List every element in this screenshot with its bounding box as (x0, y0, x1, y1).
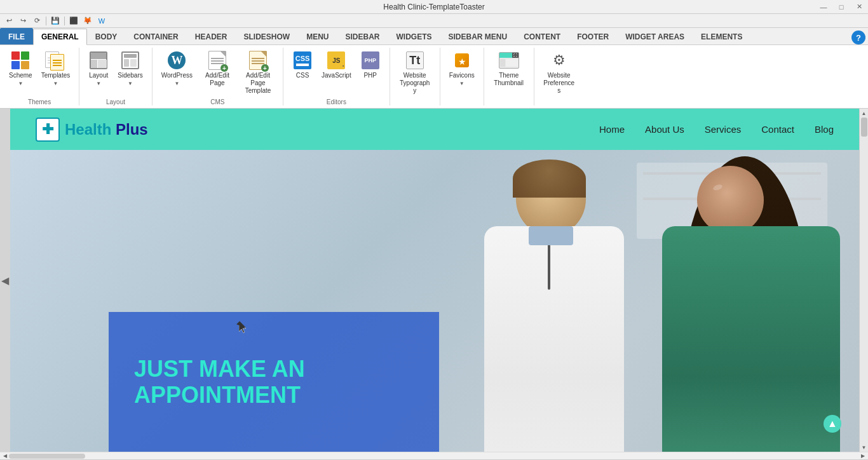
browser-icon-2[interactable]: 🦊 (81, 15, 94, 27)
css-button[interactable]: CSS CSS (288, 48, 316, 85)
sidebars-arrow: ▼ (128, 81, 133, 86)
scroll-thumb[interactable] (861, 118, 867, 137)
templates-icon (45, 50, 65, 71)
tab-elements[interactable]: ELEMENTS (693, 28, 750, 44)
minimize-button[interactable]: — (815, 0, 832, 13)
ribbon-group-editors: CSS CSS JS ▪ JavaScript PHP (288, 48, 390, 105)
maximize-button[interactable]: □ (832, 0, 850, 13)
tab-container[interactable]: CONTAINER (125, 28, 186, 44)
vertical-scrollbar[interactable]: ▲ ▼ (859, 109, 868, 452)
undo-button[interactable]: ↩ (3, 15, 15, 27)
sidebars-label: Sidebars (118, 72, 142, 79)
website-typography-button[interactable]: Tt Website Typography (395, 48, 435, 97)
site-logo: ✚ Health Plus (36, 118, 148, 142)
scheme-icon (10, 50, 31, 71)
typography-icon: Tt (405, 50, 425, 71)
nav-home[interactable]: Home (599, 121, 625, 137)
scheme-button[interactable]: Scheme ▼ (5, 48, 36, 89)
hero-overlay: JUST MAKE AN APPOINTMENT (109, 312, 439, 452)
patient-head (697, 166, 764, 234)
ribbon-tab-bar: FILE GENERAL BODY CONTAINER HEADER SLIDE… (0, 28, 868, 45)
templates-button[interactable]: Templates ▼ (37, 48, 74, 89)
tab-widgets[interactable]: WIDGETS (388, 28, 440, 44)
browser-icon-1[interactable]: ⬛ (67, 15, 80, 27)
javascript-icon: JS ▪ (326, 50, 346, 71)
preferences-icon: ⚙ (549, 50, 569, 71)
scroll-up[interactable]: ▲ (861, 110, 867, 116)
ribbon-content: Scheme ▼ (0, 45, 868, 109)
tab-content[interactable]: CONTENT (515, 28, 569, 44)
nav-blog[interactable]: Blog (815, 121, 834, 137)
layout-buttons: Layout ▼ Sidebars ▼ (85, 48, 146, 97)
tab-body[interactable]: BODY (87, 28, 126, 44)
scroll-left[interactable]: ◀ (1, 453, 9, 459)
add-edit-page-icon: + (207, 50, 227, 71)
ribbon-group-layout: Layout ▼ Sidebars ▼ Layout (85, 48, 152, 105)
sidebars-button[interactable]: Sidebars ▼ (114, 48, 146, 89)
favicons-buttons: ★ Favicons ▼ (445, 48, 478, 105)
ribbon-group-favicons: ★ Favicons ▼ (445, 48, 484, 105)
scroll-right[interactable]: ▶ (859, 453, 867, 459)
tab-sidebar-menu[interactable]: SIDEBAR MENU (440, 28, 516, 44)
thumbnail-buttons: ⛶ Theme Thumbnail (489, 48, 529, 105)
add-edit-template-button[interactable]: + Add/Edit Page Template (238, 48, 278, 97)
add-edit-page-label: Add/Edit Page (201, 72, 233, 87)
tab-widget-areas[interactable]: WIDGET AREAS (617, 28, 693, 44)
refresh-button[interactable]: ⟳ (31, 15, 43, 27)
quick-access-toolbar: ↩ ↪ ⟳ 💾 ⬛ 🦊 W (0, 14, 868, 28)
help-button[interactable]: ? (851, 30, 865, 44)
tab-header[interactable]: HEADER (187, 28, 236, 44)
browser-icon-3[interactable]: W (95, 15, 108, 27)
editors-buttons: CSS CSS JS ▪ JavaScript PHP (288, 48, 384, 97)
window-controls: — □ ✕ (815, 0, 868, 13)
tab-sidebar[interactable]: SIDEBAR (337, 28, 388, 44)
scheme-label: Scheme (9, 72, 32, 79)
favicons-button[interactable]: ★ Favicons ▼ (445, 48, 478, 89)
hero-section: JUST MAKE AN APPOINTMENT ▲ (10, 150, 859, 452)
tab-file[interactable]: FILE (0, 28, 33, 44)
layout-button[interactable]: Layout ▼ (85, 48, 112, 89)
php-button[interactable]: PHP PHP (356, 48, 384, 85)
add-edit-page-button[interactable]: + Add/Edit Page (198, 48, 237, 90)
site-menu: Home About Us Services Contact Blog (599, 121, 834, 137)
nav-about[interactable]: About Us (645, 121, 684, 137)
editors-group-label: Editors (288, 97, 384, 105)
php-label: PHP (363, 72, 377, 79)
tab-menu[interactable]: MENU (298, 28, 337, 44)
tab-general[interactable]: GENERAL (33, 29, 87, 45)
doctor-hair (513, 159, 586, 198)
layout-label: Layout (89, 72, 108, 79)
favicons-icon: ★ (452, 50, 472, 71)
theme-thumbnail-button[interactable]: ⛶ Theme Thumbnail (489, 48, 529, 90)
scroll-up-button[interactable]: ▲ (824, 415, 841, 433)
save-button[interactable]: 💾 (49, 15, 62, 27)
tab-slideshow[interactable]: SLIDESHOW (235, 28, 298, 44)
css-icon: CSS (292, 50, 313, 71)
close-button[interactable]: ✕ (850, 0, 868, 13)
ribbon-group-thumbnail: ⛶ Theme Thumbnail (489, 48, 534, 105)
website-preferences-button[interactable]: ⚙ Website Preferences (539, 48, 579, 97)
horizontal-scrollbar[interactable]: ◀ ▶ (0, 452, 868, 459)
javascript-label: JavaScript (322, 72, 351, 79)
wordpress-icon: W (166, 50, 187, 71)
nav-contact[interactable]: Contact (761, 121, 794, 137)
h-scroll-thumb[interactable] (9, 454, 85, 459)
themes-buttons: Scheme ▼ (5, 48, 74, 97)
cms-group-label: CMS (158, 97, 278, 105)
left-panel-toggle[interactable]: ◀ (0, 109, 10, 452)
hero-background: JUST MAKE AN APPOINTMENT ▲ (10, 150, 859, 452)
nav-services[interactable]: Services (705, 121, 742, 137)
separator-1 (46, 17, 46, 25)
sidebars-icon (120, 50, 140, 71)
wordpress-button[interactable]: W WordPress ▼ (158, 48, 196, 89)
ribbon-group-preferences: ⚙ Website Preferences (539, 48, 584, 105)
cms-buttons: W WordPress ▼ + Add/Edit Page (158, 48, 278, 97)
javascript-button[interactable]: JS ▪ JavaScript (318, 48, 355, 85)
redo-button[interactable]: ↪ (17, 15, 29, 27)
tab-footer[interactable]: FOOTER (569, 28, 617, 44)
hero-tagline: JUST MAKE AN APPOINTMENT (134, 356, 414, 409)
favicons-arrow: ▼ (459, 81, 465, 86)
title-bar: Health Clinic-TemplateToaster — □ ✕ (0, 0, 868, 14)
themes-group-label: Themes (5, 97, 74, 105)
scroll-down[interactable]: ▼ (861, 444, 867, 450)
